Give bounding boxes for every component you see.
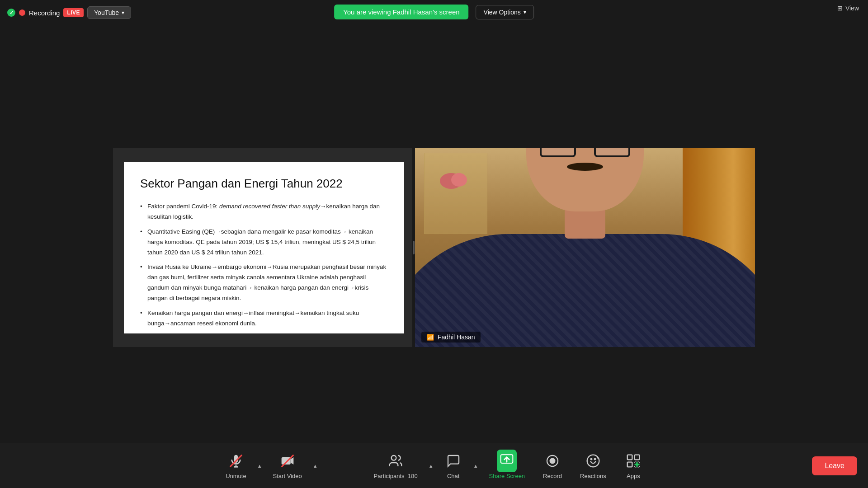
microphone-icon: [227, 452, 245, 470]
view-button[interactable]: ⊞ View: [837, 5, 859, 12]
top-bar: Recording LIVE YouTube You are viewing F…: [0, 0, 868, 25]
speaker-name-tag: 📶 Fadhil Hasan: [421, 332, 481, 343]
leave-button[interactable]: Leave: [812, 456, 857, 475]
slide-title: Sektor Pangan dan Energi Tahun 2022: [140, 176, 388, 192]
chat-caret[interactable]: ▲: [472, 461, 480, 470]
start-video-button[interactable]: Start Video: [264, 448, 311, 483]
unmute-label: Unmute: [226, 473, 246, 479]
reactions-button[interactable]: Reactions: [571, 448, 615, 483]
slide-bullet-2: Quantitative Easing (QE)→sebagian dana m…: [140, 227, 388, 258]
slide-bullet-1: Faktor pandemi Covid-19: demand recovere…: [140, 202, 388, 222]
main-content: Sektor Pangan dan Energi Tahun 2022 Fakt…: [0, 25, 868, 443]
chat-label: Chat: [447, 473, 459, 479]
participants-icon: [387, 452, 405, 470]
signal-icon: 📶: [427, 334, 434, 341]
flower-2: [451, 173, 467, 187]
start-video-label: Start Video: [273, 473, 302, 479]
apps-icon: [624, 452, 642, 470]
shirt-pattern: [415, 234, 755, 347]
bottom-toolbar: Unmute ▲ Start Video ▲: [0, 443, 868, 488]
svg-marker-4: [290, 457, 293, 465]
cabinet: [424, 153, 487, 234]
unmute-group: Unmute ▲: [217, 448, 264, 483]
rec-dot: [19, 9, 25, 16]
viewing-banner: You are viewing Fadhil Hasan's screen: [334, 5, 468, 19]
video-group: Start Video ▲: [264, 448, 320, 483]
speaker-name: Fadhil Hasan: [438, 333, 475, 341]
slide-body: Faktor pandemi Covid-19: demand recovere…: [140, 202, 388, 333]
record-button[interactable]: Record: [534, 448, 571, 483]
center-banner: You are viewing Fadhil Hasan's screen Vi…: [334, 5, 534, 19]
svg-point-8: [550, 459, 555, 464]
svg-point-11: [594, 459, 596, 460]
top-right-controls: ⊞ View: [837, 5, 859, 12]
svg-rect-3: [281, 457, 290, 465]
video-caret[interactable]: ▲: [311, 461, 320, 470]
view-options-label: View Options: [484, 9, 521, 16]
camera-icon: [278, 452, 297, 470]
unmute-button[interactable]: Unmute: [217, 448, 255, 483]
mustache: [567, 163, 603, 171]
share-screen-button[interactable]: Share Screen: [480, 448, 534, 483]
divider-handle: [413, 241, 415, 254]
svg-rect-14: [627, 462, 632, 467]
slide-bullets: Faktor pandemi Covid-19: demand recovere…: [140, 202, 388, 329]
recording-indicator: Recording LIVE YouTube: [7, 6, 131, 19]
participants-button[interactable]: Participants 180: [365, 448, 427, 483]
chat-icon: [444, 452, 462, 470]
svg-rect-13: [634, 455, 639, 460]
video-container: Sektor Pangan dan Energi Tahun 2022 Fakt…: [113, 148, 755, 347]
svg-point-10: [591, 459, 592, 460]
unmute-caret[interactable]: ▲: [255, 461, 264, 470]
youtube-button[interactable]: YouTube: [87, 6, 131, 19]
glasses-left: [540, 148, 576, 157]
participants-label: Participants 180: [374, 473, 418, 479]
live-badge: LIVE: [63, 8, 84, 17]
participants-caret[interactable]: ▲: [427, 461, 435, 470]
apps-button[interactable]: Apps: [615, 448, 651, 483]
view-grid-icon: ⊞: [837, 5, 843, 12]
svg-rect-12: [627, 455, 632, 460]
glasses-right: [594, 148, 630, 157]
share-screen-icon: [498, 452, 516, 470]
participants-group: Participants 180 ▲: [365, 448, 435, 483]
camera-panel: 📶 Fadhil Hasan: [415, 148, 755, 347]
view-label: View: [845, 5, 859, 12]
reactions-label: Reactions: [580, 473, 606, 479]
apps-label: Apps: [627, 473, 640, 479]
svg-point-5: [392, 455, 396, 460]
chat-group: Chat ▲: [435, 448, 480, 483]
record-label: Record: [543, 473, 562, 479]
share-screen-label: Share Screen: [489, 473, 525, 479]
recording-label: Recording: [29, 9, 60, 17]
view-options-button[interactable]: View Options: [476, 5, 534, 19]
slide-bullet-3: Invasi Rusia ke Ukraine→embargo ekonomi→…: [140, 262, 388, 304]
svg-rect-0: [234, 455, 238, 463]
youtube-label: YouTube: [94, 9, 119, 16]
reactions-icon: [584, 452, 602, 470]
slide-bullet-4: Kenaikan harga pangan dan energi→inflasi…: [140, 308, 388, 329]
status-dot: [7, 9, 15, 17]
chat-button[interactable]: Chat: [435, 448, 472, 483]
slide-panel: Sektor Pangan dan Energi Tahun 2022 Fakt…: [113, 148, 415, 347]
record-icon: [543, 452, 561, 470]
slide-content: Sektor Pangan dan Energi Tahun 2022 Fakt…: [124, 162, 404, 333]
